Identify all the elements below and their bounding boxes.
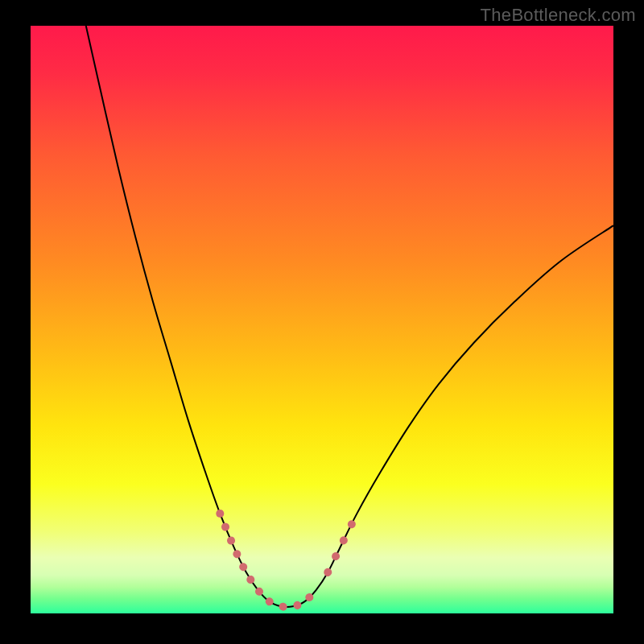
- plot-area: [31, 26, 613, 613]
- watermark-label: TheBottleneck.com: [481, 5, 636, 26]
- series-bottleneck-curve: [86, 26, 613, 607]
- chart-container: TheBottleneck.com: [0, 0, 644, 644]
- curve-layer: [31, 26, 613, 613]
- series-highlight-left: [220, 514, 316, 607]
